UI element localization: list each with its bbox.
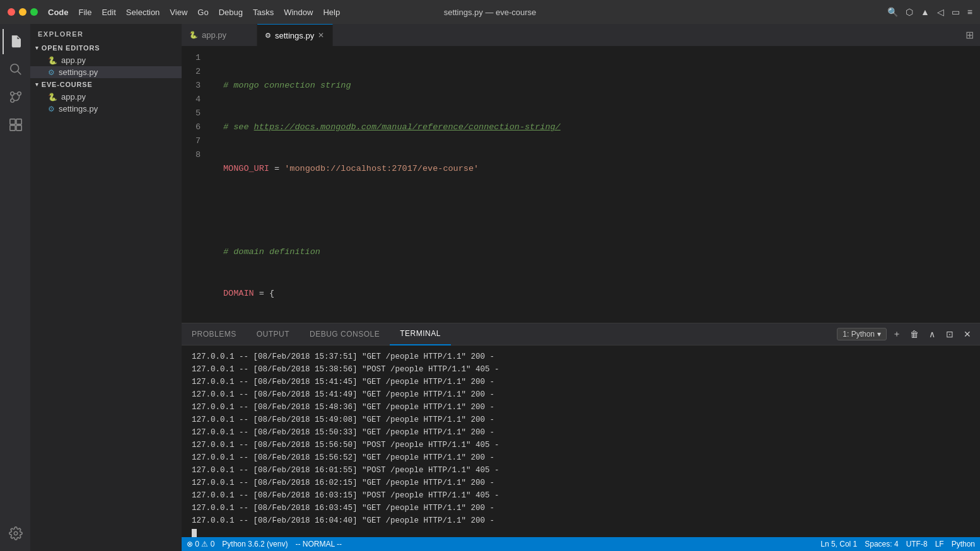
menu-window[interactable]: Window <box>284 8 313 17</box>
titlebar-right: 🔍 ⬡ ▲ ◁ ▭ ≡ <box>887 7 972 17</box>
settings-py-tab-icon: ⚙ <box>265 32 271 40</box>
eve-course-label: EVE-COURSE <box>42 81 93 88</box>
split-panel-button[interactable]: ⊡ <box>942 327 957 342</box>
line-num-6: 6 <box>182 120 213 134</box>
tab-settings-py[interactable]: ⚙ settings.py ✕ <box>257 24 333 46</box>
window-title: settings.py — eve-course <box>444 8 537 17</box>
titlebar: Code File Edit Selection View Go Debug T… <box>0 0 980 24</box>
eve-course-arrow: ▾ <box>35 81 39 88</box>
tab-app-py-label: app.py <box>202 30 226 40</box>
line-num-8: 8 <box>182 148 213 162</box>
terminal-line-8: 127.0.0.1 -- [08/Feb/2018 15:56:50] "POS… <box>192 439 970 451</box>
svg-line-1 <box>18 71 21 74</box>
maximize-button[interactable] <box>30 8 38 16</box>
terminal-line-7: 127.0.0.1 -- [08/Feb/2018 15:50:33] "GET… <box>192 426 970 439</box>
settings-activity-icon[interactable] <box>3 521 28 546</box>
code-editor[interactable]: # mongo connection string # see https://… <box>213 46 980 323</box>
source-control-icon[interactable] <box>3 84 28 110</box>
status-python-version[interactable]: Python 3.6.2 (venv) <box>222 540 288 548</box>
status-line-endings[interactable]: LF <box>935 540 944 548</box>
menu-selection[interactable]: Selection <box>126 8 160 17</box>
terminal-line-11: 127.0.0.1 -- [08/Feb/2018 16:02:15] "GET… <box>192 477 970 489</box>
bluetooth-icon: ⬡ <box>906 7 913 17</box>
code-line-4 <box>223 204 980 218</box>
tab-app-py[interactable]: 🐍 app.py <box>182 24 257 46</box>
trash-terminal-button[interactable]: 🗑 <box>907 327 922 342</box>
editor-content[interactable]: 1 2 3 4 5 6 7 8 # mongo connection strin… <box>182 46 980 323</box>
svg-rect-7 <box>10 125 15 130</box>
menu-edit[interactable]: Edit <box>102 8 115 17</box>
expand-panel-button[interactable]: ∧ <box>925 327 940 342</box>
eve-course-settings-py[interactable]: ⚙ settings.py <box>30 103 182 115</box>
menu-file[interactable]: File <box>79 8 92 17</box>
search-icon[interactable]: 🔍 <box>887 7 898 17</box>
status-cursor-position[interactable]: Ln 5, Col 1 <box>820 540 857 548</box>
eve-course-section[interactable]: ▾ EVE-COURSE <box>30 78 182 91</box>
status-errors[interactable]: ⊗ 0 ⚠ 0 <box>187 540 214 548</box>
line-num-5: 5 <box>182 107 213 120</box>
menu-tasks[interactable]: Tasks <box>253 8 274 17</box>
eve-course-app-py[interactable]: 🐍 app.py <box>30 91 182 103</box>
open-editor-app-py[interactable]: 🐍 app.py <box>30 54 182 66</box>
panel-tab-output[interactable]: OUTPUT <box>247 323 300 345</box>
panel-tab-problems[interactable]: PROBLEMS <box>182 323 247 345</box>
eve-course-settings-py-label: settings.py <box>59 104 98 113</box>
eve-course-app-py-label: app.py <box>61 92 86 102</box>
open-editors-section[interactable]: ▾ OPEN EDITORS <box>30 42 182 54</box>
menu-help[interactable]: Help <box>323 8 340 17</box>
wifi-icon: ▲ <box>921 7 930 17</box>
close-button[interactable] <box>8 8 15 16</box>
open-editor-settings-py[interactable]: ⚙ settings.py <box>30 66 182 78</box>
split-editor-button[interactable]: ⊞ <box>959 24 980 46</box>
terminal-line-14: 127.0.0.1 -- [08/Feb/2018 16:04:40] "GET… <box>192 514 970 527</box>
svg-point-3 <box>18 92 21 96</box>
search-activity-icon[interactable] <box>3 57 28 82</box>
menu-bar: Code File Edit Selection View Go Debug T… <box>48 8 340 17</box>
menu-view[interactable]: View <box>170 8 187 17</box>
panel-tab-debug-console[interactable]: DEBUG CONSOLE <box>300 323 390 345</box>
menu-code[interactable]: Code <box>48 8 69 17</box>
terminal-prompt <box>192 527 970 537</box>
settings-file-icon-2: ⚙ <box>48 105 55 113</box>
minimize-button[interactable] <box>19 8 26 16</box>
traffic-lights <box>8 8 38 16</box>
close-panel-button[interactable]: ✕ <box>960 327 975 342</box>
svg-point-4 <box>11 99 15 103</box>
close-settings-tab[interactable]: ✕ <box>318 31 324 40</box>
menu-debug[interactable]: Debug <box>219 8 243 17</box>
line-num-3: 3 <box>182 79 213 93</box>
terminal-selector[interactable]: 1: Python ▾ <box>837 328 887 340</box>
open-editors-label: OPEN EDITORS <box>42 44 100 52</box>
status-encoding[interactable]: UTF-8 <box>906 540 928 548</box>
svg-rect-6 <box>16 119 21 124</box>
open-editor-settings-py-label: settings.py <box>59 67 98 77</box>
battery-icon: ▭ <box>952 7 960 17</box>
py-file-icon: 🐍 <box>48 56 57 65</box>
editor-area: 🐍 app.py ⚙ settings.py ✕ ⊞ 1 2 3 4 5 6 7… <box>182 24 980 551</box>
menu-go[interactable]: Go <box>197 8 208 17</box>
code-line-1: # mongo connection string <box>223 79 980 93</box>
svg-point-2 <box>11 92 15 96</box>
sidebar-header: EXPLORER <box>30 24 182 42</box>
titlebar-left: Code File Edit Selection View Go Debug T… <box>8 8 340 17</box>
panel-toolbar: 1: Python ▾ ＋ 🗑 ∧ ⊡ ✕ <box>832 327 980 342</box>
open-editors-arrow: ▾ <box>35 45 39 51</box>
status-spaces[interactable]: Spaces: 4 <box>865 540 898 548</box>
add-terminal-button[interactable]: ＋ <box>889 327 904 342</box>
extensions-icon[interactable] <box>3 112 28 137</box>
status-language[interactable]: Python <box>952 540 975 548</box>
main-layout: EXPLORER ▾ OPEN EDITORS 🐍 app.py ⚙ setti… <box>0 24 980 551</box>
terminal-line-10: 127.0.0.1 -- [08/Feb/2018 16:01:55] "POS… <box>192 464 970 477</box>
status-vim-mode: -- NORMAL -- <box>295 540 342 548</box>
terminal-content[interactable]: 127.0.0.1 -- [08/Feb/2018 15:37:51] "GET… <box>182 345 980 537</box>
panel-tab-terminal[interactable]: TERMINAL <box>390 323 451 345</box>
menu-icon[interactable]: ≡ <box>967 7 972 17</box>
explorer-icon[interactable] <box>3 29 28 54</box>
settings-file-icon: ⚙ <box>48 68 55 77</box>
panel: PROBLEMS OUTPUT DEBUG CONSOLE TERMINAL 1… <box>182 323 980 537</box>
panel-tab-bar: PROBLEMS OUTPUT DEBUG CONSOLE TERMINAL 1… <box>182 323 980 345</box>
line-num-7: 7 <box>182 134 213 148</box>
line-numbers: 1 2 3 4 5 6 7 8 <box>182 46 213 323</box>
svg-rect-8 <box>16 125 21 130</box>
code-line-5: # domain definition <box>223 245 980 259</box>
